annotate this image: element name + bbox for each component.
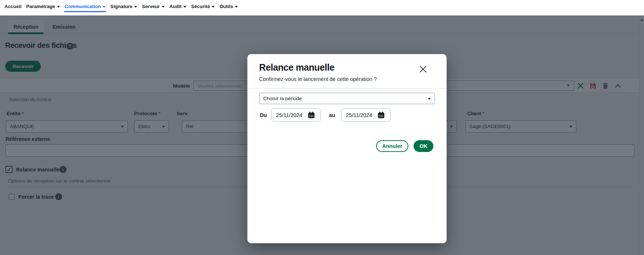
calendar-icon[interactable] [378, 111, 385, 119]
date-to-input[interactable] [346, 112, 378, 118]
nav-item-label: Audit [169, 4, 182, 9]
nav-item-communication[interactable]: Communication [65, 3, 105, 10]
date-from-input[interactable] [276, 112, 308, 118]
date-from-field [271, 108, 321, 122]
nav-item-securite[interactable]: Sécurité [191, 3, 215, 10]
ok-button[interactable]: OK [414, 140, 433, 152]
nav-item-label: Outils [219, 4, 233, 9]
caret-down-icon [212, 6, 215, 8]
date-from-label: Du [260, 112, 267, 118]
close-icon[interactable] [418, 64, 428, 74]
nav-item-parametrage[interactable]: Paramétrage [26, 3, 60, 10]
caret-down-icon [235, 6, 238, 8]
nav-item-accueil[interactable]: Accueil [4, 3, 21, 10]
cancel-button[interactable]: Annuler [376, 140, 408, 152]
nav-item-serveur[interactable]: Serveur [142, 3, 164, 10]
caret-down-icon [103, 6, 105, 8]
nav-item-label: Sécurité [191, 4, 210, 9]
nav-item-label: Accueil [4, 4, 21, 9]
chevron-down-icon [428, 98, 431, 100]
date-to-field [341, 108, 391, 122]
nav-item-label: Paramétrage [26, 4, 55, 9]
caret-down-icon [183, 6, 186, 8]
relance-manuelle-dialog: Relance manuelle Confirmez-vous le lance… [247, 54, 447, 243]
nav-item-label: Signature [110, 4, 132, 9]
dialog-title: Relance manuelle [259, 62, 334, 73]
application-window: Accueil Paramétrage Communication Signat… [0, 0, 644, 255]
caret-down-icon [162, 6, 165, 8]
top-navigation: Accueil Paramétrage Communication Signat… [0, 0, 644, 15]
period-select[interactable]: Choisir la période [259, 93, 435, 104]
nav-item-label: Serveur [142, 4, 160, 9]
calendar-icon[interactable] [308, 111, 315, 119]
dialog-subtitle: Confirmez-vous le lancement de cette opé… [259, 76, 377, 82]
date-to-label: au [329, 112, 335, 118]
dialog-header-divider [247, 88, 447, 89]
period-select-value: Choisir la période [263, 96, 302, 101]
caret-down-icon [57, 6, 60, 8]
nav-item-signature[interactable]: Signature [110, 3, 137, 10]
nav-item-label: Communication [65, 4, 101, 9]
nav-item-audit[interactable]: Audit [169, 3, 186, 10]
nav-item-outils[interactable]: Outils [219, 3, 238, 10]
caret-down-icon [134, 6, 137, 8]
